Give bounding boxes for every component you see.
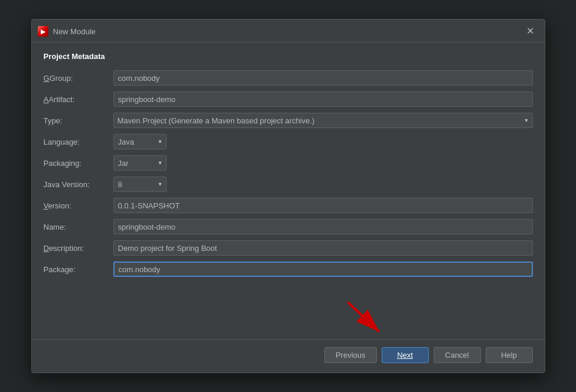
- dialog-footer: Previous Next Cancel Help: [32, 339, 545, 373]
- artifact-input[interactable]: [113, 92, 533, 107]
- language-select[interactable]: Java Kotlin Groovy: [113, 134, 167, 149]
- packaging-label: Packaging:: [44, 159, 109, 168]
- version-label: Version:: [44, 201, 109, 210]
- package-input[interactable]: [113, 262, 533, 277]
- dialog-title: New Module: [53, 27, 96, 36]
- packaging-select[interactable]: Jar War: [113, 155, 167, 171]
- type-label: Type:: [44, 116, 109, 125]
- language-label: Language:: [44, 138, 109, 146]
- java-version-select[interactable]: 8 11 17: [113, 177, 167, 192]
- language-select-wrapper: Java Kotlin Groovy ▼: [113, 134, 167, 149]
- version-input[interactable]: [113, 198, 533, 213]
- form-grid: GGroup: AArtifact: Type: Maven Project (…: [44, 70, 533, 277]
- java-version-select-wrapper: 8 11 17 ▼: [113, 177, 167, 192]
- close-button[interactable]: ✕: [525, 25, 536, 37]
- dialog-content: Project Metadata GGroup: AArtifact: Type…: [32, 43, 545, 339]
- description-label: Description:: [44, 244, 109, 253]
- packaging-select-wrapper: Jar War ▼: [113, 155, 167, 171]
- group-input[interactable]: [113, 70, 533, 86]
- package-label: Package:: [44, 265, 109, 274]
- type-select[interactable]: Maven Project (Generate a Maven based pr…: [113, 113, 533, 128]
- dialog-titlebar: ▶ New Module ✕: [32, 19, 545, 43]
- cancel-button[interactable]: Cancel: [434, 347, 481, 363]
- new-module-dialog: ▶ New Module ✕ Project Metadata GGroup: …: [31, 19, 545, 373]
- section-title: Project Metadata: [44, 52, 533, 61]
- group-label: GGroup:: [44, 74, 109, 83]
- previous-button[interactable]: Previous: [324, 347, 377, 363]
- type-select-wrapper: Maven Project (Generate a Maven based pr…: [113, 113, 533, 128]
- next-button[interactable]: Next: [382, 347, 429, 363]
- artifact-label: AArtifact:: [44, 95, 109, 104]
- description-input[interactable]: [113, 240, 533, 256]
- title-left: ▶ New Module: [38, 26, 96, 37]
- help-button[interactable]: Help: [486, 347, 533, 363]
- module-icon: ▶: [38, 26, 48, 37]
- name-label: Name:: [44, 223, 109, 231]
- java-version-label: Java Version:: [44, 180, 109, 189]
- name-input[interactable]: [113, 219, 533, 234]
